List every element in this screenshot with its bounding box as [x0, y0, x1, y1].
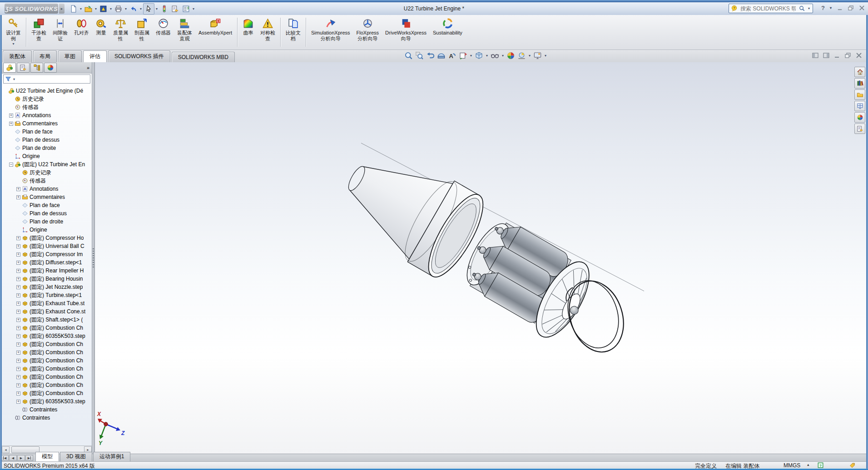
close-button[interactable]: [858, 5, 865, 11]
search-icon[interactable]: [799, 5, 805, 12]
expand-icon[interactable]: +: [16, 326, 20, 330]
model-tab-2[interactable]: 运动算例1: [93, 452, 131, 461]
publish-edrawings-button-dropdown[interactable]: ▾: [110, 7, 112, 11]
symmetry-check-button[interactable]: 对称检查: [257, 16, 278, 48]
undo-button[interactable]: [128, 4, 139, 14]
expand-icon[interactable]: +: [16, 236, 20, 240]
expand-icon[interactable]: +: [16, 187, 20, 191]
document-restore-button[interactable]: [844, 52, 852, 59]
tree-item[interactable]: +(固定) Compressor Im: [2, 250, 92, 258]
tree-item[interactable]: +(固定) Combustion Ch: [2, 381, 92, 389]
expand-icon[interactable]: +: [16, 269, 20, 273]
tree-item[interactable]: Origine: [2, 226, 92, 234]
expand-icon[interactable]: +: [16, 252, 20, 257]
tree-item[interactable]: +(固定) Combustion Ch: [2, 356, 92, 365]
mass-properties-button[interactable]: 质量属性: [110, 16, 131, 48]
graphics-viewport[interactable]: X Y Z: [95, 62, 866, 454]
tree-item[interactable]: +(固定) Rear Impeller H: [2, 267, 92, 275]
minimize-button[interactable]: [837, 5, 843, 11]
select-button[interactable]: [143, 3, 154, 15]
section-properties-button[interactable]: 剖面属性: [131, 16, 153, 48]
tree-item[interactable]: +(固定) 60355K503.step: [2, 332, 92, 340]
tree-item[interactable]: Origine: [2, 152, 92, 160]
tree-item[interactable]: 历史记录: [2, 95, 92, 103]
search-dropdown[interactable]: ▾: [808, 6, 810, 10]
expand-icon[interactable]: +: [16, 375, 20, 379]
command-tab-3[interactable]: 评估: [83, 50, 107, 62]
expand-icon[interactable]: +: [16, 351, 20, 355]
expand-icon[interactable]: +: [16, 367, 20, 371]
display-style-button-dropdown[interactable]: ▾: [486, 54, 488, 58]
expand-icon[interactable]: +: [16, 244, 20, 248]
first-tab-button[interactable]: ◀: [1, 455, 9, 461]
model-tab-1[interactable]: 3D 视图: [60, 452, 92, 461]
driveworksxpress-button[interactable]: DriveWorksXpress向导: [382, 16, 430, 48]
tree-item[interactable]: Plan de droite: [2, 218, 92, 226]
open-button[interactable]: [83, 4, 94, 14]
tree-item[interactable]: +(固定) Combustion Ch: [2, 365, 92, 373]
tree-item[interactable]: +(固定) Exhaust Cone.st: [2, 307, 92, 316]
select-button-dropdown[interactable]: ▾: [156, 7, 158, 11]
sustainability-button[interactable]: Sustainability: [430, 16, 466, 48]
tree-item[interactable]: +(固定) Exhaust Tube.st: [2, 299, 92, 307]
print-button[interactable]: [113, 4, 124, 14]
floxpress-button[interactable]: FloXpress分析向导: [353, 16, 382, 48]
tree-item[interactable]: +(固定) Shaft.step<1> (: [2, 316, 92, 324]
tree-item[interactable]: −(固定) U22 Turbine Jet En: [2, 160, 92, 168]
compare-documents-button[interactable]: 比较文档: [283, 16, 304, 48]
document-minimize-button[interactable]: [833, 52, 841, 59]
expand-icon[interactable]: +: [16, 318, 20, 322]
tree-item[interactable]: +(固定) Jet Nozzle.step: [2, 283, 92, 291]
expand-icon[interactable]: +: [16, 277, 20, 281]
expand-icon[interactable]: +: [16, 261, 20, 265]
new-document-button[interactable]: [68, 4, 79, 14]
clearance-verify-button[interactable]: 间隙验证: [50, 16, 71, 48]
panel-overflow-chevron[interactable]: »: [87, 65, 90, 70]
collapse-icon[interactable]: −: [9, 163, 13, 167]
show-right-pane-button[interactable]: [823, 52, 830, 59]
design-study-button[interactable]: 设计算例▾: [3, 16, 24, 48]
tree-item[interactable]: Contraintes: [2, 414, 92, 422]
expand-icon[interactable]: +: [16, 400, 20, 404]
home-tab[interactable]: [854, 67, 865, 77]
tree-item[interactable]: +(固定) Diffuser.step<1: [2, 258, 92, 267]
zoom-to-area-button[interactable]: [415, 51, 424, 60]
view-orientation-button[interactable]: [458, 51, 468, 60]
view-palette-tab[interactable]: [854, 101, 865, 111]
options-button[interactable]: [181, 4, 191, 14]
view-orientation-button-dropdown[interactable]: ▾: [470, 54, 472, 58]
scroll-left-button[interactable]: ◂: [2, 446, 10, 453]
tree-item[interactable]: +(固定) Combustion Ch: [2, 324, 92, 332]
help-button[interactable]: ?: [821, 5, 825, 11]
command-tab-5[interactable]: SOLIDWORKS MBD: [172, 52, 235, 62]
propertymanager-tab[interactable]: [17, 63, 30, 73]
edit-appearance-button[interactable]: [506, 51, 516, 60]
custom-properties-tab[interactable]: [854, 124, 865, 134]
tree-item[interactable]: +(固定) Turbine.step<1: [2, 291, 92, 299]
tree-filter-field[interactable]: ▾: [3, 74, 90, 84]
document-close-button[interactable]: [855, 52, 863, 59]
expand-icon[interactable]: +: [16, 383, 20, 387]
tree-item[interactable]: +(固定) Compressor Ho: [2, 234, 92, 242]
expand-icon[interactable]: +: [16, 285, 20, 289]
previous-view-button[interactable]: [426, 51, 435, 60]
quick-tips-icon[interactable]: ?: [818, 462, 823, 468]
search-input[interactable]: [739, 5, 797, 12]
hide-show-items-button[interactable]: [490, 51, 500, 60]
splitter-grip[interactable]: [93, 248, 94, 267]
apply-scene-button-dropdown[interactable]: ▾: [529, 54, 531, 58]
selection-filter-button[interactable]: [159, 4, 169, 14]
display-style-button[interactable]: [474, 51, 484, 60]
appearances-tab[interactable]: [854, 112, 865, 123]
hole-alignment-button[interactable]: 孔对齐: [71, 16, 92, 48]
filter-dropdown[interactable]: ▾: [13, 77, 15, 81]
view-settings-button-dropdown[interactable]: ▾: [545, 54, 546, 58]
tree-item[interactable]: +(固定) Universal Ball C: [2, 242, 92, 250]
hide-show-items-button-dropdown[interactable]: ▾: [502, 54, 504, 58]
previous-tab-button[interactable]: ◀: [9, 455, 17, 461]
displaymanager-tab[interactable]: [44, 63, 57, 73]
model-tab-0[interactable]: 模型: [35, 452, 59, 461]
expand-icon[interactable]: +: [16, 391, 20, 396]
tree-item[interactable]: Plan de dessus: [2, 136, 92, 144]
annotation-views-button[interactable]: A: [447, 51, 457, 60]
